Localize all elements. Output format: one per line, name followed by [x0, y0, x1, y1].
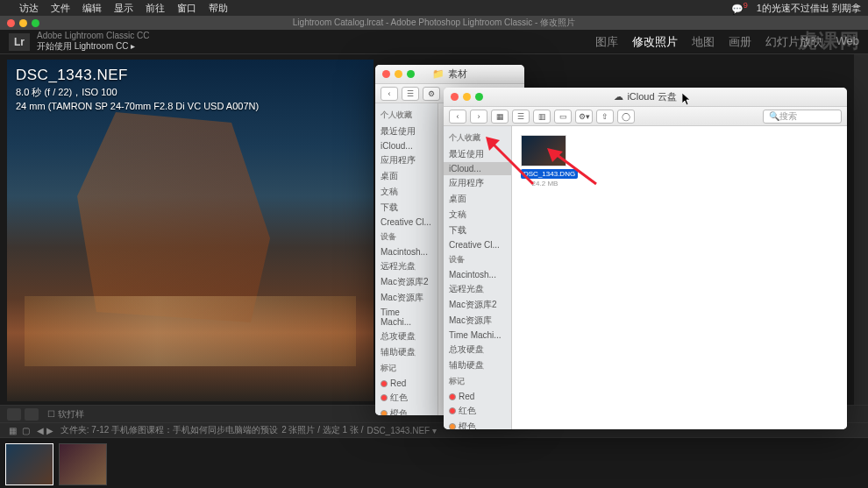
finder-window-front[interactable]: ☁ iCloud 云盘 ‹ › ▦ ☰ ▥ ▭ ⚙▾ ⇧ ◯ 🔍 搜索 个人收藏…	[444, 88, 847, 429]
finder-title: ☁ iCloud 云盘	[614, 90, 676, 103]
sidebar-tag-1[interactable]: 红色	[375, 390, 438, 406]
finder-search[interactable]: 🔍 搜索	[763, 110, 842, 124]
view-gallery-button[interactable]: ▭	[554, 110, 572, 124]
sidebar-tag-2[interactable]: 橙色	[375, 406, 438, 415]
sidebar-device-4[interactable]: Time Machi...	[375, 306, 438, 329]
sidebar-item-5[interactable]: 下载	[375, 200, 438, 216]
sidebar-tag-0[interactable]: Red	[375, 377, 438, 390]
sidebar-item-2[interactable]: 应用程序	[375, 152, 438, 168]
maximize-icon[interactable]	[32, 19, 39, 27]
sidebar-device-3[interactable]: Mac资源库	[444, 313, 511, 329]
finder-sidebar: 个人收藏最近使用iCloud...应用程序桌面文稿下载Creative Cl..…	[444, 126, 512, 429]
finder-toolbar: ‹ › ▦ ☰ ▥ ▭ ⚙▾ ⇧ ◯ 🔍 搜索	[444, 107, 847, 126]
file-size: 24.2 MB	[521, 180, 569, 187]
grid-icon[interactable]: ▦	[9, 426, 17, 435]
close-icon[interactable]	[7, 19, 15, 27]
wechat-icon[interactable]: 💬9	[731, 1, 748, 15]
user-status: 1的光速不过借出 到期拿	[757, 2, 861, 15]
back-button[interactable]: ‹	[381, 87, 398, 101]
sidebar-item-5[interactable]: 下载	[444, 223, 511, 238]
view-button[interactable]: ☰	[402, 87, 419, 101]
crumb-file[interactable]: DSC_1343.NEF ▾	[367, 426, 437, 435]
file-thumbnail	[521, 135, 566, 166]
cursor-icon	[682, 93, 693, 107]
photo-filename: DSC_1343.NEF	[16, 67, 259, 84]
sidebar-tag-0[interactable]: Red	[444, 390, 511, 403]
sidebar-tag-1[interactable]: 红色	[444, 403, 511, 419]
maximize-icon[interactable]	[407, 70, 415, 78]
view-column-button[interactable]: ▥	[533, 110, 551, 124]
maximize-icon[interactable]	[475, 93, 483, 101]
window-titlebar: Lightroom Catalog.lrcat - Adobe Photosho…	[0, 16, 868, 30]
sidebar-item-4[interactable]: 文稿	[444, 207, 511, 223]
sidebar-item-1[interactable]: iCloud...	[375, 139, 438, 152]
sidebar-item-6[interactable]: Creative Cl...	[375, 216, 438, 229]
sidebar-device-3[interactable]: Mac资源库	[375, 290, 438, 306]
sidebar-item-4[interactable]: 文稿	[375, 184, 438, 200]
minimize-icon[interactable]	[19, 19, 27, 27]
sidebar-item-0[interactable]: 最近使用	[444, 146, 511, 162]
sidebar-item-2[interactable]: 应用程序	[444, 175, 511, 191]
filmstrip-thumb[interactable]	[5, 443, 53, 485]
file-item[interactable]: DSC_1343.DNG 24.2 MB	[521, 135, 569, 187]
menu-help[interactable]: 帮助	[209, 2, 228, 15]
sidebar-item-3[interactable]: 桌面	[444, 191, 511, 207]
menu-view[interactable]: 显示	[114, 2, 133, 15]
share-button[interactable]: ⇧	[596, 110, 614, 124]
sidebar-device-1[interactable]: 远程光盘	[444, 281, 511, 297]
crumb-path[interactable]: 文件夹: 7-12 手机修图课程：手机如何同步电脑端的预设	[60, 424, 278, 436]
forward-button[interactable]: ›	[470, 110, 487, 124]
crumb-nav[interactable]: ◀ ▶	[37, 426, 53, 435]
develop-panel-collapsed[interactable]	[854, 54, 868, 405]
file-name: DSC_1343.DNG	[521, 169, 578, 179]
finder-titlebar[interactable]: ☁ iCloud 云盘	[444, 88, 847, 107]
mac-menubar: 访达 文件 编辑 显示 前往 窗口 帮助 💬9 1的光速不过借出 到期拿	[0, 0, 868, 16]
window-title: Lightroom Catalog.lrcat - Adobe Photosho…	[293, 17, 575, 29]
sidebar-device-2[interactable]: Mac资源库2	[375, 274, 438, 290]
app-name[interactable]: 访达	[19, 2, 39, 15]
view-list-button[interactable]: ☰	[512, 110, 530, 124]
nav-map[interactable]: 地图	[692, 34, 715, 50]
sidebar-device-1[interactable]: 远程光盘	[375, 258, 438, 274]
arrange-button[interactable]: ⚙	[423, 87, 440, 101]
loupe-view-button[interactable]	[7, 408, 21, 421]
tag-button[interactable]: ◯	[617, 110, 635, 124]
menu-go[interactable]: 前往	[146, 2, 165, 15]
sidebar-item-6[interactable]: Creative Cl...	[444, 238, 511, 251]
sidebar-item-1[interactable]: iCloud...	[444, 162, 511, 175]
crumb-count: 2 张照片 / 选定 1 张 /	[281, 424, 363, 436]
sidebar-device-2[interactable]: Mac资源库2	[444, 297, 511, 313]
close-icon[interactable]	[382, 70, 390, 78]
before-after-button[interactable]	[25, 408, 39, 421]
sidebar-item-3[interactable]: 桌面	[375, 168, 438, 184]
filmstrip-thumb[interactable]	[59, 443, 107, 485]
back-button[interactable]: ‹	[449, 110, 466, 124]
finder-content[interactable]: DSC_1343.DNG 24.2 MB	[512, 126, 847, 429]
lightroom-logo: Lr	[9, 33, 30, 51]
nav-book[interactable]: 画册	[729, 34, 751, 50]
menu-window[interactable]: 窗口	[177, 2, 196, 15]
sidebar-device-6[interactable]: 辅助硬盘	[444, 357, 511, 373]
sidebar-device-0[interactable]: Macintosh...	[444, 268, 511, 281]
minimize-icon[interactable]	[463, 93, 471, 101]
arrange-button[interactable]: ⚙▾	[575, 110, 593, 124]
sidebar-device-5[interactable]: 总攻硬盘	[375, 329, 438, 344]
sidebar-device-6[interactable]: 辅助硬盘	[375, 344, 438, 360]
second-window-icon[interactable]: ▢	[22, 426, 30, 435]
nav-library[interactable]: 图库	[595, 34, 618, 50]
view-icon-button[interactable]: ▦	[491, 110, 509, 124]
nav-develop[interactable]: 修改照片	[632, 34, 678, 50]
sidebar-device-0[interactable]: Macintosh...	[375, 245, 438, 258]
lr-subtitle: Adobe Lightroom Classic CC	[37, 31, 149, 40]
menu-file[interactable]: 文件	[51, 2, 70, 15]
sidebar-tag-2[interactable]: 橙色	[444, 419, 511, 429]
sidebar-device-5[interactable]: 总攻硬盘	[444, 342, 511, 357]
finder-titlebar[interactable]: 📁 素材	[375, 65, 524, 84]
lr-cc-link[interactable]: 开始使用 Lightroom CC ▸	[37, 40, 149, 53]
close-icon[interactable]	[451, 93, 459, 101]
soft-proof-checkbox[interactable]: ☐ 软打样	[47, 408, 84, 421]
sidebar-item-0[interactable]: 最近使用	[375, 124, 438, 139]
minimize-icon[interactable]	[395, 70, 402, 78]
menu-edit[interactable]: 编辑	[82, 2, 102, 15]
sidebar-device-4[interactable]: Time Machi...	[444, 329, 511, 342]
